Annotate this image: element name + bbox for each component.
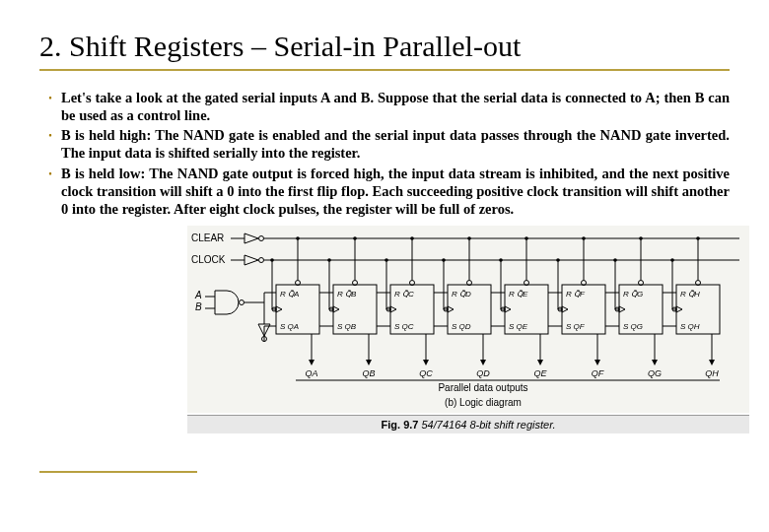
svg-text:S  QH: S QH <box>680 322 700 331</box>
svg-text:S  QB: S QB <box>337 322 357 331</box>
svg-point-122 <box>613 258 617 262</box>
svg-point-23 <box>296 236 300 240</box>
svg-text:R  Q̄A: R Q̄A <box>280 290 299 299</box>
bullet-marker: • <box>39 165 61 218</box>
shift-register-svg: CLEAR CLOCK A B <box>187 226 749 413</box>
svg-text:R  Q̄G: R Q̄G <box>623 290 643 299</box>
svg-text:S  QE: S QE <box>509 322 528 331</box>
svg-text:R  Q̄F: R Q̄F <box>566 290 586 299</box>
svg-point-71 <box>467 236 471 240</box>
figure-caption: Fig. 9.7 54/74164 8-bit shift register. <box>187 415 749 433</box>
svg-text:R  Q̄B: R Q̄B <box>337 290 357 299</box>
svg-point-106 <box>556 258 560 262</box>
svg-text:QC: QC <box>419 368 433 378</box>
svg-point-138 <box>670 258 674 262</box>
logic-diagram: CLEAR CLOCK A B <box>187 226 749 433</box>
svg-text:R  Q̄H: R Q̄H <box>680 290 700 299</box>
svg-text:QG: QG <box>648 368 662 378</box>
label-parallel: Parallel data outputs <box>438 382 527 393</box>
slide-title: 2. Shift Registers – Serial-in Parallel-… <box>39 30 730 71</box>
bullet-item: • B is held low: The NAND gate output is… <box>39 165 730 218</box>
bullet-marker: • <box>39 126 61 162</box>
svg-text:QE: QE <box>533 368 547 378</box>
svg-text:S  QC: S QC <box>394 322 414 331</box>
bullet-text: Let's take a look at the gated serial in… <box>61 89 730 124</box>
svg-point-103 <box>582 236 586 240</box>
svg-text:QF: QF <box>592 368 604 378</box>
svg-point-42 <box>327 258 331 262</box>
bullet-item: • Let's take a look at the gated serial … <box>39 89 730 124</box>
slide-content: • Let's take a look at the gated serial … <box>39 89 730 218</box>
label-subcaption: (b) Logic diagram <box>445 397 522 408</box>
svg-text:QH: QH <box>705 368 719 378</box>
svg-point-39 <box>353 236 357 240</box>
svg-text:R  Q̄D: R Q̄D <box>452 290 471 299</box>
accent-line <box>39 471 197 473</box>
svg-text:R  Q̄C: R Q̄C <box>394 290 414 299</box>
svg-text:S  QG: S QG <box>623 322 643 331</box>
svg-text:S  QD: S QD <box>452 322 471 331</box>
bullet-text: B is held high: The NAND gate is enabled… <box>61 126 730 162</box>
bullet-text: B is held low: The NAND gate output is f… <box>61 165 730 218</box>
svg-point-90 <box>499 258 503 262</box>
svg-text:QD: QD <box>476 368 490 378</box>
svg-point-87 <box>524 236 528 240</box>
svg-text:QA: QA <box>305 368 317 378</box>
svg-text:S  QF: S QF <box>566 322 586 331</box>
svg-text:QB: QB <box>362 368 375 378</box>
svg-point-58 <box>384 258 388 262</box>
label-clear: CLEAR <box>191 233 224 243</box>
svg-point-135 <box>696 236 700 240</box>
label-a: A <box>194 290 202 300</box>
svg-text:S  QA: S QA <box>280 322 299 331</box>
label-clock: CLOCK <box>191 254 226 265</box>
label-b: B <box>195 301 202 312</box>
bullet-item: • B is held high: The NAND gate is enabl… <box>39 126 730 162</box>
svg-point-55 <box>410 236 414 240</box>
bullet-marker: • <box>39 89 61 124</box>
svg-point-26 <box>270 258 274 262</box>
svg-point-74 <box>442 258 446 262</box>
svg-text:R  Q̄E: R Q̄E <box>509 290 528 299</box>
svg-point-119 <box>639 236 643 240</box>
